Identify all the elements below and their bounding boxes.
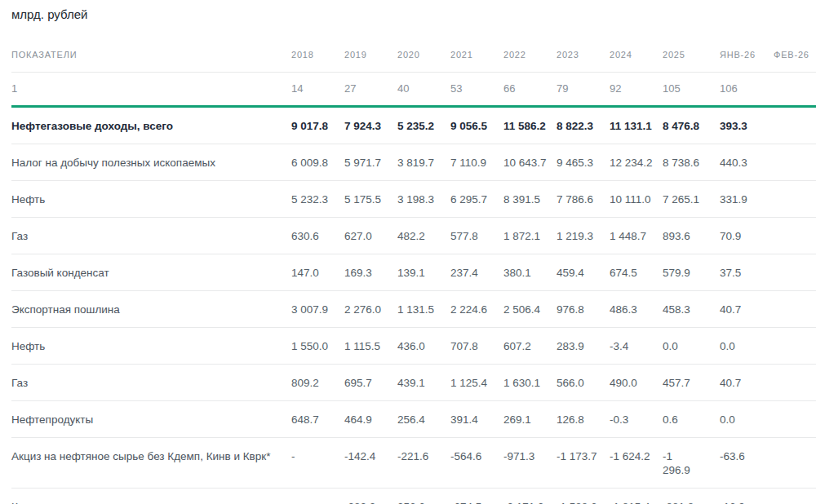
row-value — [774, 328, 816, 365]
row-value: 126.8 — [557, 401, 610, 438]
row-value: 630.6 — [291, 218, 344, 254]
row-value: -1 624.2 — [610, 438, 663, 489]
row-value: 1 872.1 — [503, 218, 557, 254]
table-body: Нефтегазовые доходы, всего 9 017.8 7 924… — [11, 107, 816, 504]
row-label: Газ — [11, 365, 291, 401]
row-value: -971.3 — [503, 438, 557, 489]
row-value: 0.6 — [663, 401, 720, 438]
row-label: Нефть — [11, 328, 291, 365]
row-label: Газовый конденсат — [11, 254, 291, 291]
table-row: Экспортная пошлина 3 007.9 2 276.0 1 131… — [11, 291, 816, 328]
row-value: 6 295.7 — [450, 181, 503, 218]
row-value: 256.4 — [397, 401, 450, 438]
row-value: 3 819.7 — [397, 144, 450, 181]
row-value: -3.4 — [610, 328, 663, 365]
row-value: 439.1 — [397, 365, 450, 401]
row-value: 8 391.5 — [503, 181, 557, 218]
row-value: 37.5 — [720, 254, 774, 291]
column-numbers-row: 1 14 27 40 53 66 79 92 105 106 — [11, 73, 816, 107]
row-value: 7 110.9 — [450, 144, 503, 181]
row-value: 7 265.1 — [663, 181, 720, 218]
row-value: 40.7 — [720, 291, 774, 328]
row-value — [774, 489, 816, 504]
row-value: -16.9 — [720, 489, 774, 504]
row-label: Акциз на нефтяное сырье без Кдемп, Кинв … — [11, 438, 291, 489]
row-value: 9 465.3 — [557, 144, 610, 181]
indicators-header: ПОКАЗАТЕЛИ — [11, 22, 291, 73]
row-value: 577.8 — [450, 218, 503, 254]
row-value — [774, 365, 816, 401]
row-value: 3 198.3 — [397, 181, 450, 218]
row-value: 12 234.2 — [610, 144, 663, 181]
column-number: 79 — [557, 73, 610, 107]
row-value: 459.4 — [557, 254, 610, 291]
row-value: 440.3 — [720, 144, 774, 181]
row-value — [774, 218, 816, 254]
row-value: 464.9 — [344, 401, 397, 438]
row-value: 8 738.6 — [663, 144, 720, 181]
row-value: -221.6 — [397, 438, 450, 489]
row-value: 139.1 — [397, 254, 450, 291]
year-header-2025: 2025 — [663, 22, 720, 73]
table-row: Газовый конденсат 147.0 169.3 139.1 237.… — [11, 254, 816, 291]
row-value: 674.5 — [610, 254, 663, 291]
row-value: -1 173.7 — [557, 438, 610, 489]
month-header-jan26: ЯНВ-26 — [720, 22, 774, 73]
year-header-2020: 2020 — [397, 22, 450, 73]
row-value: 707.8 — [450, 328, 503, 365]
row-label: Кдемп — [11, 489, 291, 504]
row-value: 0.0 — [663, 328, 720, 365]
row-value: 566.0 — [557, 365, 610, 401]
row-value: 436.0 — [397, 328, 450, 365]
row-value: 893.6 — [663, 218, 720, 254]
row-value — [774, 291, 816, 328]
row-value: 976.8 — [557, 291, 610, 328]
column-number — [774, 73, 816, 107]
row-value: 2 276.0 — [344, 291, 397, 328]
row-value: 1 550.0 — [291, 328, 344, 365]
year-header-2024: 2024 — [610, 22, 663, 73]
table-row: Нефть 5 232.3 5 175.5 3 198.3 6 295.7 8 … — [11, 181, 816, 218]
row-value: -1 815.4 — [610, 489, 663, 504]
row-value: 458.3 — [663, 291, 720, 328]
row-value — [774, 438, 816, 489]
row-value: 1 630.1 — [503, 365, 557, 401]
column-number: 14 — [291, 73, 344, 107]
row-value: 1 115.5 — [344, 328, 397, 365]
row-value — [774, 107, 816, 144]
column-number: 92 — [610, 73, 663, 107]
month-header-feb26: ФЕВ-26 — [774, 22, 816, 73]
row-value: 3 007.9 — [291, 291, 344, 328]
row-value: 169.3 — [344, 254, 397, 291]
row-value: 380.1 — [503, 254, 557, 291]
row-value: -282.2 — [344, 489, 397, 504]
column-number: 1 — [11, 73, 291, 107]
row-value: 7 924.3 — [344, 107, 397, 144]
row-value — [774, 181, 816, 218]
row-label: Нефть — [11, 181, 291, 218]
row-value: -142.4 — [344, 438, 397, 489]
column-number: 40 — [397, 73, 450, 107]
row-value: 9 017.8 — [291, 107, 344, 144]
table-header: ПОКАЗАТЕЛИ 2018 2019 2020 2021 2022 2023… — [11, 22, 816, 107]
row-value: -1 296.9 — [663, 438, 720, 489]
row-label: Нефтепродукты — [11, 401, 291, 438]
row-value: 331.9 — [720, 181, 774, 218]
row-value: 237.4 — [450, 254, 503, 291]
year-header-2021: 2021 — [450, 22, 503, 73]
row-value: - — [291, 489, 344, 504]
column-number: 105 — [663, 73, 720, 107]
row-value: 5 232.3 — [291, 181, 344, 218]
column-number: 66 — [503, 73, 557, 107]
row-value: 10 643.7 — [503, 144, 557, 181]
revenue-table: ПОКАЗАТЕЛИ 2018 2019 2020 2021 2022 2023… — [11, 22, 816, 504]
row-value: 6 009.8 — [291, 144, 344, 181]
table-row: Акциз на нефтяное сырье без Кдемп, Кинв … — [11, 438, 816, 489]
row-value: 1 219.3 — [557, 218, 610, 254]
table-row: Газ 630.6 627.0 482.2 577.8 1 872.1 1 21… — [11, 218, 816, 254]
row-value: 391.4 — [450, 401, 503, 438]
row-value: -63.6 — [720, 438, 774, 489]
row-label: Налог на добычу полезных ископаемых — [11, 144, 291, 181]
year-header-2018: 2018 — [291, 22, 344, 73]
row-value: -564.6 — [450, 438, 503, 489]
